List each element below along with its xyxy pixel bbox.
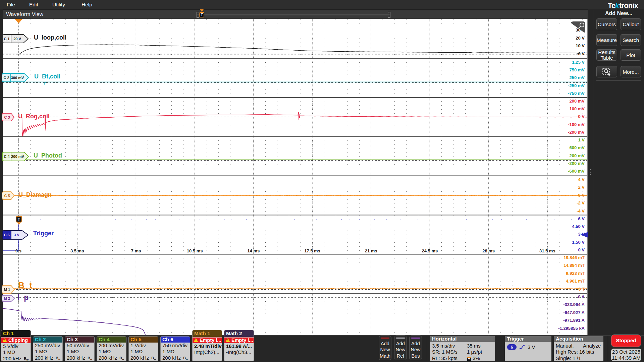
svg-text:3 V: 3 V [14, 233, 19, 237]
svg-text:300 mV: 300 mV [11, 76, 24, 80]
svg-text:C 6: C 6 [4, 233, 9, 237]
svg-text:C 4: C 4 [4, 155, 10, 159]
svg-text:M 2: M 2 [4, 296, 10, 300]
svg-text:C 5: C 5 [4, 194, 10, 198]
svg-text:C 1: C 1 [4, 37, 9, 41]
svg-text:T: T [201, 13, 203, 17]
svg-text:200 mV: 200 mV [11, 155, 24, 159]
svg-text:C 3: C 3 [4, 115, 10, 119]
svg-text:C 2: C 2 [3, 76, 9, 80]
svg-text:20 V: 20 V [13, 37, 21, 41]
svg-text:M 1: M 1 [4, 288, 10, 292]
svg-text:T: T [18, 217, 20, 222]
